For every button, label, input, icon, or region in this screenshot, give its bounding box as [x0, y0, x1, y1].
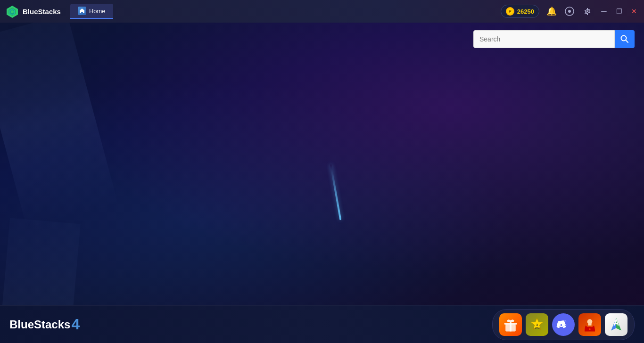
discord-icon [555, 316, 572, 333]
map-icon [608, 316, 625, 333]
search-container [473, 30, 635, 48]
home-tab-icon [78, 7, 86, 15]
svg-point-6 [568, 10, 571, 13]
taskbar-app-gift[interactable] [499, 313, 522, 336]
taskbar-app-hero[interactable] [578, 313, 601, 336]
titlebar-logo: BlueStacks [6, 5, 61, 18]
coins-display[interactable]: P 26250 [501, 5, 539, 18]
bg-beam-2 [0, 218, 81, 305]
titlebar-home-tab[interactable]: Home [70, 4, 113, 19]
coin-icon: P [506, 7, 514, 16]
svg-rect-28 [510, 320, 512, 331]
search-input[interactable] [473, 30, 615, 48]
svg-text:3: 3 [536, 322, 538, 327]
main-content: Installed apps ⋮ [0, 23, 644, 305]
svg-point-31 [587, 319, 593, 324]
maximize-button[interactable]: ❐ [615, 7, 623, 16]
close-button[interactable]: ✕ [630, 7, 638, 16]
titlebar-right: P 26250 🔔 ─ ❐ ✕ [501, 5, 638, 18]
taskbar-app-map[interactable] [605, 313, 627, 336]
level-badge-icon: 3 LEVEL [528, 316, 545, 333]
coins-amount: 26250 [517, 8, 534, 15]
hero-icon [581, 316, 598, 333]
taskbar-app-level[interactable]: 3 LEVEL [526, 313, 548, 336]
watermark-text: BlueStacks [9, 318, 70, 331]
bg-comet [330, 164, 342, 220]
gear-icon[interactable] [582, 6, 593, 17]
watermark-num: 4 [71, 316, 80, 333]
titlebar: BlueStacks Home P 26250 🔔 ─ ❐ ✕ [0, 0, 644, 23]
taskbar: BlueStacks4 3 LEVEL [0, 305, 644, 343]
svg-point-4 [11, 10, 14, 13]
settings-circle-icon[interactable] [564, 6, 575, 17]
bluestacks-logo-icon [6, 5, 19, 18]
search-button[interactable] [615, 30, 635, 48]
notification-icon[interactable]: 🔔 [546, 6, 557, 17]
bg-beam-1 [0, 23, 118, 229]
taskbar-app-discord[interactable] [552, 313, 575, 336]
minimize-button[interactable]: ─ [600, 7, 608, 16]
bluestacks-watermark: BlueStacks4 [9, 316, 80, 333]
svg-rect-32 [588, 324, 591, 326]
svg-text:LEVEL: LEVEL [534, 327, 541, 329]
svg-line-8 [626, 40, 628, 42]
gift-icon [502, 316, 519, 333]
titlebar-brand: BlueStacks [23, 8, 61, 16]
taskbar-apps: 3 LEVEL [492, 309, 635, 340]
home-tab-label: Home [89, 8, 106, 15]
search-icon [620, 35, 629, 43]
